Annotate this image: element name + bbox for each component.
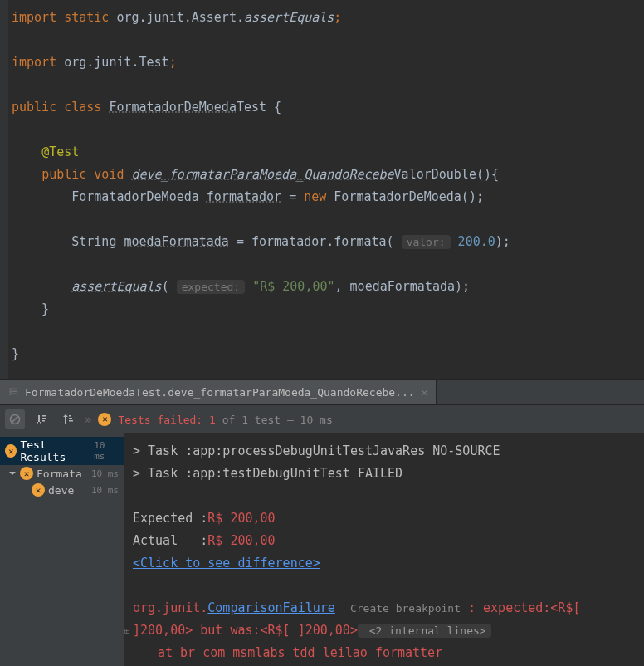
close-icon[interactable]: × xyxy=(422,386,428,399)
fail-icon: ✕ xyxy=(5,444,17,458)
test-console[interactable]: > Task :app:processDebugUnitTestJavaRes … xyxy=(124,433,644,666)
code-line: } xyxy=(12,298,644,321)
toolbar-chevrons[interactable]: » xyxy=(85,413,91,426)
run-tab-label: FormatadorDeMoedaTest.deve_formatarParaM… xyxy=(25,386,415,399)
console-line: org.junit.ComparisonFailure Create break… xyxy=(133,597,636,619)
code-line: public class FormatadorDeMoedaTest { xyxy=(12,96,644,119)
console-line: > Task :app:processDebugUnitTestJavaRes … xyxy=(133,440,636,463)
code-line: } xyxy=(12,343,644,365)
tree-time: 10 ms xyxy=(91,485,119,496)
param-hint: expected: xyxy=(177,280,245,294)
click-difference-link[interactable]: <Click to see difference> xyxy=(133,552,636,575)
run-tab-bar: FormatadorDeMoedaTest.deve_formatarParaM… xyxy=(0,379,644,405)
expand-icon[interactable]: ⊞ xyxy=(124,619,129,642)
tree-time: 10 ms xyxy=(94,440,119,462)
tree-node[interactable]: ✕ Formata 10 ms xyxy=(0,465,124,482)
console-line: ⊞]200,00> but was:<R$[ ]200,00> <2 inter… xyxy=(133,619,636,642)
code-line: FormatadorDeMoeda formatador = new Forma… xyxy=(12,186,644,208)
code-line: @Test xyxy=(12,141,644,164)
console-line: Expected :R$ 200,00 xyxy=(133,507,636,530)
tree-root-label: Test Results xyxy=(20,438,90,463)
sort-down-button[interactable] xyxy=(32,409,51,429)
fail-icon: ✕ xyxy=(98,413,111,426)
internal-lines-pill[interactable]: <2 internal lines> xyxy=(358,624,491,638)
console-line: Actual :R$ 200,00 xyxy=(133,530,636,552)
test-tree[interactable]: ✕ Test Results 10 ms ✕ Formata 10 ms ✕ d… xyxy=(0,433,124,666)
code-editor[interactable]: import static org.junit.Assert.assertEqu… xyxy=(0,0,644,379)
code-line: public void deve_formatarParaMoeda_Quand… xyxy=(12,164,644,186)
editor-gutter xyxy=(0,0,8,379)
chevron-down-icon xyxy=(8,469,17,477)
code-line: import org.junit.Test; xyxy=(12,51,644,74)
run-icon xyxy=(8,387,18,397)
tests-failed-suffix: of 1 test – 10 ms xyxy=(216,414,333,426)
tests-failed-count: Tests failed: 1 xyxy=(118,414,215,426)
tree-leaf[interactable]: ✕ deve 10 ms xyxy=(0,482,124,498)
stop-button[interactable] xyxy=(5,409,25,429)
tree-time: 10 ms xyxy=(91,468,119,479)
param-hint: valor: xyxy=(402,235,451,249)
sort-icon xyxy=(62,414,74,425)
svg-line-1 xyxy=(12,416,18,422)
tree-leaf-label: deve xyxy=(48,484,74,497)
tree-node-label: Formata xyxy=(37,468,82,480)
tree-root[interactable]: ✕ Test Results 10 ms xyxy=(0,437,124,465)
run-tab[interactable]: FormatadorDeMoedaTest.deve_formatarParaM… xyxy=(0,380,437,404)
code-line: String moedaFormatada = formatador.forma… xyxy=(12,231,644,253)
code-line: import static org.junit.Assert.assertEqu… xyxy=(12,7,644,29)
test-results-panel: ✕ Test Results 10 ms ✕ Formata 10 ms ✕ d… xyxy=(0,433,644,666)
code-line: assertEquals( expected: "R$ 200,00", moe… xyxy=(12,276,644,298)
test-toolbar: » ✕ Tests failed: 1 of 1 test – 10 ms xyxy=(0,405,644,433)
sort-up-button[interactable] xyxy=(58,409,78,429)
create-breakpoint-link[interactable]: Create breakpoint xyxy=(350,602,461,615)
fail-icon: ✕ xyxy=(32,483,45,497)
sort-icon xyxy=(36,414,47,425)
fail-icon: ✕ xyxy=(20,467,33,480)
console-line: at br com msmlabs tdd leilao formatter xyxy=(133,642,636,664)
console-line: > Task :app:testDebugUnitTest FAILED xyxy=(133,463,636,485)
comparison-failure-link[interactable]: ComparisonFailure xyxy=(207,600,335,615)
no-icon xyxy=(9,414,21,425)
